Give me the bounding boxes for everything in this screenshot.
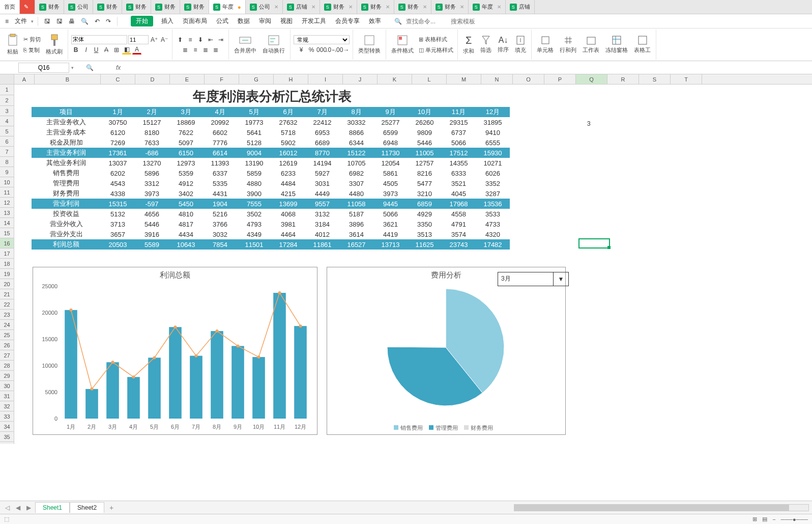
document-tab[interactable]: S店铺 [506,0,535,14]
row-header[interactable]: 19 [0,269,14,279]
ribbon-tab[interactable]: 开发工具 [301,16,327,26]
search-fx-icon[interactable]: 🔍 [86,64,94,71]
sheet-nav-next-icon[interactable]: ▶ [24,504,33,511]
row-header[interactable]: 15 [0,228,14,238]
file-menu[interactable]: 文件 [13,16,29,26]
row-header[interactable]: 25 [0,330,14,340]
document-tab[interactable]: S公司 [64,0,93,14]
row-header[interactable]: 24 [0,320,14,330]
bold-button[interactable]: B [71,45,80,54]
redo-icon[interactable]: ↷ [104,17,113,26]
row-header[interactable]: 9 [0,167,14,177]
close-icon[interactable]: ✕ [274,4,278,10]
chevron-down-icon[interactable]: ▼ [553,272,568,286]
close-icon[interactable]: ✕ [349,4,353,10]
sheet-nav-prev-icon[interactable]: ◀ [14,504,22,511]
border-button[interactable]: ⊞ [112,45,121,54]
freeze-panes-button[interactable]: 冻结窗格 [603,34,630,55]
save-as-icon[interactable]: 🖫 [54,17,65,26]
column-header[interactable]: B [35,74,101,84]
cell-style-button[interactable]: ◫ 单元格样式 [418,45,454,55]
column-header[interactable]: Q [576,74,607,84]
merge-center-button[interactable]: 合并居中 [232,34,258,56]
row-header[interactable]: 6 [0,136,14,147]
pie-chart-expense[interactable]: 费用分析 销售费用管理费用财务费用 [327,267,566,435]
row-header[interactable]: 21 [0,289,14,299]
view-normal-icon[interactable]: ⊞ [752,516,757,522]
document-tab[interactable]: S财务✕ [320,0,357,14]
template-search-input[interactable] [451,18,491,25]
row-header[interactable]: 22 [0,299,14,310]
document-tab[interactable]: S年度✕ [469,0,506,14]
row-header[interactable]: 2 [0,95,14,106]
align-middle-icon[interactable]: ≡ [186,35,195,44]
row-header[interactable]: 18 [0,259,14,269]
fill-color-button[interactable]: ◧ [122,45,131,54]
document-tab[interactable]: S财务 [122,0,151,14]
indent-decrease-icon[interactable]: ⇤ [206,35,215,44]
copy-button[interactable]: ⎘ 复制 [22,45,42,55]
format-painter-button[interactable]: 格式刷 [44,33,65,57]
row-header[interactable]: 3 [0,106,14,116]
row-header[interactable]: 32 [0,401,14,411]
italic-button[interactable]: I [81,45,91,54]
ribbon-tab[interactable]: 视图 [279,16,294,26]
document-tab[interactable]: S财务 [93,0,122,14]
undo-icon[interactable]: ↶ [93,17,102,26]
document-tab[interactable]: S公司✕ [246,0,283,14]
document-tab[interactable]: S财务 [151,0,180,14]
align-center-icon[interactable]: ≡ [191,45,200,54]
worksheet-button[interactable]: 工作表 [581,34,601,55]
column-header[interactable]: G [239,74,274,84]
column-header[interactable]: J [343,74,378,84]
row-header[interactable]: 11 [0,187,14,198]
dropdown-icon[interactable]: ▾ [31,19,34,24]
column-header[interactable]: A [14,74,35,84]
document-tab[interactable]: S财务✕ [394,0,431,14]
row-header[interactable]: 12 [0,198,14,208]
comma-icon[interactable]: 000 [317,45,326,54]
zoom-slider[interactable]: ───●─── [781,516,808,522]
row-header[interactable]: 10 [0,177,14,187]
row-header[interactable]: 16 [0,238,14,249]
save-icon[interactable]: 🖫 [42,17,52,26]
strikethrough-button[interactable]: A [102,45,111,54]
align-top-icon[interactable]: ⬆ [176,35,185,44]
column-header[interactable]: C [101,74,135,84]
ribbon-tab[interactable]: 公式 [215,16,229,26]
table-tools-button[interactable]: 表格工 [632,34,653,55]
column-header[interactable]: K [378,74,412,84]
hamburger-icon[interactable]: ≡ [3,17,11,26]
underline-button[interactable]: U [92,45,101,54]
print-icon[interactable]: 🖶 [67,17,77,26]
row-col-button[interactable]: 行和列 [558,34,578,55]
row-header[interactable]: 35 [0,432,14,442]
column-header[interactable]: R [607,74,639,84]
column-header[interactable]: D [135,74,170,84]
horizontal-scrollbar[interactable] [514,504,809,511]
command-search-input[interactable] [406,18,447,25]
row-header[interactable]: 13 [0,208,14,218]
close-icon[interactable]: ✕ [497,4,501,10]
row-header[interactable]: 31 [0,391,14,401]
dropdown-icon[interactable]: ▾ [71,65,74,70]
close-icon[interactable]: ✕ [423,4,427,10]
select-all-corner[interactable] [0,74,14,84]
cells-grid[interactable]: 年度利润表分析汇总统计表 项目1月2月3月4月5月6月7月8月9月10月11月1… [14,85,812,444]
row-header[interactable]: 26 [0,340,14,350]
bar-chart-total-profit[interactable]: 利润总额 05000100001500020000250001月2月3月4月5月… [33,267,317,435]
sheet-tab[interactable]: Sheet1 [35,502,70,513]
column-header[interactable]: P [544,74,576,84]
column-header[interactable]: S [639,74,671,84]
document-tab[interactable]: S店铺✕ [283,0,320,14]
name-box[interactable] [18,63,69,73]
ribbon-tab[interactable]: 开始 [131,16,153,26]
add-sheet-button[interactable]: + [106,504,117,512]
sum-button[interactable]: Σ求和 [461,34,476,56]
row-header[interactable]: 1 [0,85,14,95]
number-format-select[interactable]: 常规 [294,35,350,44]
column-header[interactable]: E [170,74,205,84]
table-style-button[interactable]: ⊞ 表格样式 [418,35,454,44]
row-header[interactable]: 4 [0,116,14,126]
justify-icon[interactable]: ≣ [211,45,220,54]
